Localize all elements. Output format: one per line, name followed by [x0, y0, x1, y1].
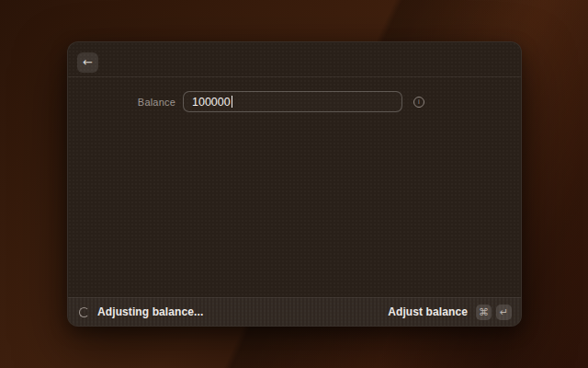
window-header: ← — [68, 42, 521, 77]
back-arrow-icon: ← — [83, 56, 93, 68]
balance-input-value: 100000 — [192, 96, 231, 109]
enter-key-icon: ↵ — [496, 305, 512, 320]
desktop-wallpaper: { "window": { "header": { "back_icon_gly… — [0, 0, 588, 368]
cmd-key-icon: ⌘ — [476, 305, 492, 320]
primary-action-label: Adjust balance — [388, 305, 468, 318]
status-bar: Adjusting balance... Adjust balance ⌘ ↵ — [68, 297, 521, 326]
info-icon[interactable]: i — [413, 97, 424, 108]
app-window: ← Balance 100000 i Adjusting balance... … — [67, 41, 522, 327]
status-text: Adjusting balance... — [97, 305, 203, 318]
text-caret — [232, 96, 232, 108]
back-button[interactable]: ← — [77, 52, 98, 73]
primary-action[interactable]: Adjust balance ⌘ ↵ — [388, 305, 512, 320]
balance-form-row: Balance 100000 i — [68, 91, 521, 112]
form-panel: Balance 100000 i — [68, 77, 521, 297]
balance-field-label: Balance — [68, 97, 175, 108]
status-group: Adjusting balance... — [79, 305, 203, 318]
balance-input[interactable]: 100000 — [183, 91, 402, 112]
loading-spinner-icon — [79, 307, 89, 317]
